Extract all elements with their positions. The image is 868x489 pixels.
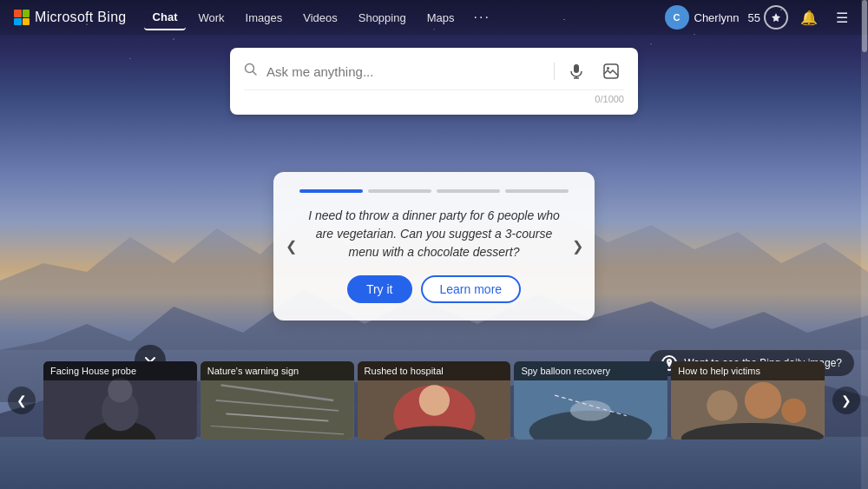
logo[interactable]: Microsoft Bing [14, 10, 127, 25]
news-strip: ❮ Facing House probe Nature's warning si… [0, 359, 868, 441]
hamburger-icon: ☰ [836, 10, 848, 26]
suggestion-actions: Try it Learn more [299, 275, 569, 303]
svg-line-1 [253, 72, 257, 76]
logo-yellow-square [23, 18, 30, 26]
search-container: 0/1000 [230, 48, 638, 115]
suggestion-text: I need to throw a dinner party for 6 peo… [299, 207, 569, 261]
left-arrow-icon: ❮ [8, 387, 36, 414]
news-title-5: How to help victims [671, 361, 825, 380]
card-prev-button[interactable]: ❮ [279, 235, 303, 259]
svg-point-26 [707, 390, 737, 420]
news-title-1: Facing House probe [43, 361, 197, 380]
news-title-3: Rushed to hospital [358, 361, 511, 380]
try-it-button[interactable]: Try it [347, 275, 412, 303]
logo-blue-square [14, 18, 22, 26]
logo-green-square [23, 10, 30, 17]
news-card-4[interactable]: Spy balloon recovery [514, 361, 667, 439]
progress-dot-4 [505, 189, 569, 193]
news-title-2: Nature's warning sign [201, 361, 354, 380]
menu-button[interactable]: ☰ [830, 5, 854, 30]
nav-chat[interactable]: Chat [144, 5, 187, 30]
navbar: Microsoft Bing Chat Work Images Videos S… [0, 0, 868, 35]
progress-dot-1 [299, 189, 363, 193]
right-arrow-icon: ❯ [832, 387, 860, 414]
card-next-button[interactable]: ❯ [565, 235, 589, 259]
notifications-button[interactable]: 🔔 [797, 5, 821, 30]
svg-point-6 [607, 67, 609, 69]
user-profile[interactable]: C Cherlynn [665, 5, 740, 30]
nav-work[interactable]: Work [189, 6, 233, 30]
svg-point-11 [108, 378, 132, 402]
char-count: 0/1000 [244, 89, 624, 104]
svg-point-27 [745, 381, 781, 418]
learn-more-button[interactable]: Learn more [421, 275, 522, 303]
scrollbar-thumb[interactable] [862, 0, 867, 52]
user-initials: C [674, 12, 681, 23]
nav-images[interactable]: Images [237, 6, 292, 30]
news-card-3[interactable]: Rushed to hospital [358, 361, 511, 439]
score-value: 55 [748, 11, 760, 24]
progress-indicators [299, 189, 569, 193]
rewards-score[interactable]: 55 [748, 5, 788, 30]
svg-rect-2 [574, 64, 579, 73]
svg-point-23 [570, 400, 611, 421]
ground [0, 437, 868, 489]
search-icon [244, 63, 258, 80]
microsoft-logo-icon [14, 10, 30, 25]
nav-more-button[interactable]: ··· [466, 6, 496, 29]
news-card-2[interactable]: Nature's warning sign [201, 361, 354, 439]
logo-red-square [14, 10, 22, 17]
nav-maps[interactable]: Maps [418, 6, 464, 30]
suggestion-card: ❮ ❯ I need to throw a dinner party for 6… [273, 172, 595, 320]
bell-icon: 🔔 [800, 10, 818, 26]
nav-right-section: C Cherlynn 55 🔔 ☰ [665, 5, 855, 30]
score-badge-icon [764, 5, 788, 30]
svg-point-19 [418, 385, 449, 415]
nav-links: Chat Work Images Videos Shopping Maps ··… [144, 5, 665, 30]
progress-dot-3 [437, 189, 500, 193]
user-name: Cherlynn [694, 11, 740, 24]
nav-shopping[interactable]: Shopping [350, 6, 415, 30]
image-search-button[interactable] [598, 58, 624, 84]
scrollbar[interactable] [861, 0, 868, 489]
news-cards: Facing House probe Nature's warning sign [43, 361, 825, 439]
news-title-4: Spy balloon recovery [514, 361, 667, 380]
news-prev-button[interactable]: ❮ [0, 359, 43, 441]
user-avatar: C [665, 5, 689, 30]
progress-dot-2 [368, 189, 431, 193]
search-input[interactable] [266, 64, 545, 79]
news-card-5[interactable]: How to help victims [671, 361, 825, 439]
news-card-1[interactable]: Facing House probe [43, 361, 197, 439]
search-box: 0/1000 [230, 48, 638, 115]
svg-point-28 [781, 398, 806, 422]
voice-search-button[interactable] [563, 58, 589, 84]
bing-wordmark: Microsoft Bing [35, 10, 127, 25]
nav-videos[interactable]: Videos [294, 6, 346, 30]
divider [554, 63, 555, 80]
